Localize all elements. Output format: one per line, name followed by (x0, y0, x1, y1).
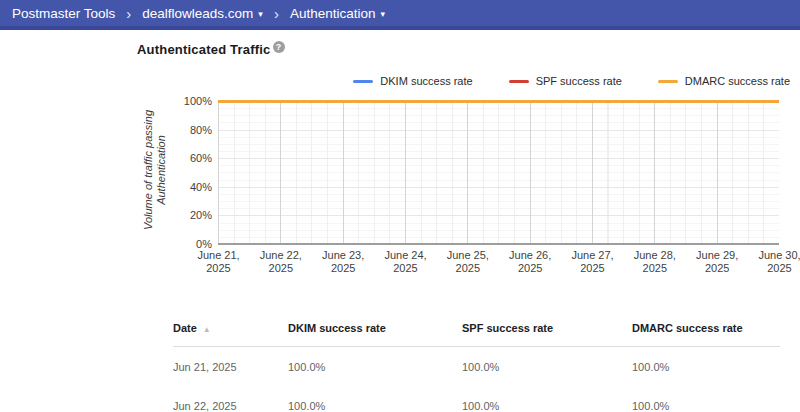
section-dropdown-label: Authentication (290, 6, 376, 21)
dmarc-line-swatch-icon (658, 80, 678, 83)
chevron-right-icon: › (126, 6, 131, 21)
x-tick-label: June 29, 2025 (686, 249, 749, 275)
x-tick-label: June 23, 2025 (312, 249, 375, 275)
x-tick-label: June 30, 2025 (748, 249, 800, 275)
column-header-dmarc[interactable]: DMARC success rate (632, 322, 780, 334)
help-icon[interactable]: ? (273, 41, 285, 53)
x-tick-label: June 28, 2025 (623, 249, 686, 275)
legend-label: SPF success rate (536, 75, 622, 87)
legend-label: DKIM success rate (380, 75, 472, 87)
cell-date: Jun 21, 2025 (173, 361, 288, 373)
page-title-row: Authenticated Traffic ? (137, 42, 285, 57)
x-axis-line (218, 243, 779, 245)
legend-item-dmarc: DMARC success rate (658, 75, 790, 87)
column-header-spf[interactable]: SPF success rate (462, 322, 632, 334)
legend-item-dkim: DKIM success rate (353, 75, 472, 87)
sort-asc-icon: ▲ (203, 325, 211, 334)
chart-legend: DKIM success rate SPF success rate DMARC… (353, 75, 790, 87)
spf-line-swatch-icon (509, 80, 529, 83)
x-tick-label: June 25, 2025 (436, 249, 499, 275)
chevron-right-icon: › (274, 6, 279, 21)
chart-plot-area (218, 101, 779, 244)
y-tick-label: 60% (150, 152, 212, 164)
auth-data-table: Date▲ DKIM success rate SPF success rate… (173, 309, 780, 412)
cell-spf: 100.0% (462, 361, 632, 373)
cell-spf: 100.0% (462, 400, 632, 412)
cell-dmarc: 100.0% (632, 400, 780, 412)
domain-dropdown-label: dealflowleads.com (142, 6, 253, 21)
domain-dropdown[interactable]: dealflowleads.com▾ (142, 6, 263, 21)
legend-label: DMARC success rate (685, 75, 790, 87)
caret-down-icon: ▾ (380, 9, 385, 19)
y-axis-title: Volume of traffic passing Authentication (142, 95, 172, 245)
cell-dmarc: 100.0% (632, 361, 780, 373)
legend-item-spf: SPF success rate (509, 75, 622, 87)
section-dropdown[interactable]: Authentication▾ (290, 6, 385, 21)
x-tick-label: June 22, 2025 (249, 249, 312, 275)
x-tick-label: June 27, 2025 (561, 249, 624, 275)
table-row: Jun 22, 2025 100.0% 100.0% 100.0% (173, 386, 780, 412)
table-header-row: Date▲ DKIM success rate SPF success rate… (173, 309, 780, 347)
product-title-link[interactable]: Postmaster Tools (12, 6, 115, 21)
postmaster-tools-page: Postmaster Tools › dealflowleads.com▾ › … (0, 0, 800, 412)
table-row: Jun 21, 2025 100.0% 100.0% 100.0% (173, 347, 780, 386)
y-tick-label: 20% (150, 209, 212, 221)
dkim-line-swatch-icon (353, 80, 373, 83)
y-tick-label: 40% (150, 181, 212, 193)
x-tick-label: June 24, 2025 (374, 249, 437, 275)
page-title: Authenticated Traffic (137, 42, 271, 57)
column-header-label: Date (173, 322, 197, 334)
column-header-date[interactable]: Date▲ (173, 322, 288, 334)
dmarc-series-line (218, 100, 779, 103)
y-tick-label: 100% (150, 95, 212, 107)
cell-date: Jun 22, 2025 (173, 400, 288, 412)
x-tick-label: June 21, 2025 (187, 249, 250, 275)
y-tick-label: 80% (150, 124, 212, 136)
caret-down-icon: ▾ (258, 9, 263, 19)
cell-dkim: 100.0% (288, 361, 462, 373)
x-tick-label: June 26, 2025 (499, 249, 562, 275)
column-header-dkim[interactable]: DKIM success rate (288, 322, 462, 334)
cell-dkim: 100.0% (288, 400, 462, 412)
app-bar: Postmaster Tools › dealflowleads.com▾ › … (0, 0, 800, 30)
